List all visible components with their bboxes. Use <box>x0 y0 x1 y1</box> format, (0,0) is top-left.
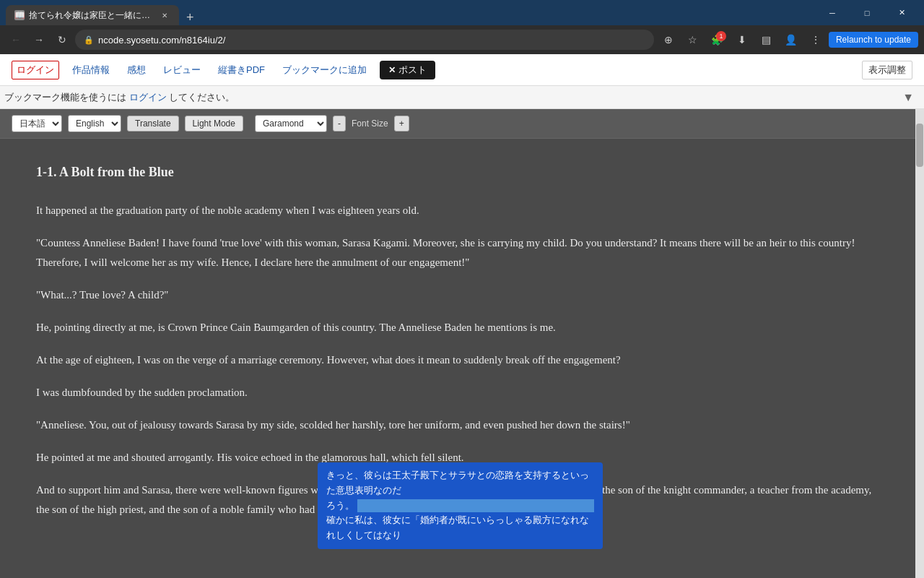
extension-icon[interactable]: 🧩 1 <box>706 28 729 51</box>
story-title: 1-1. A Bolt from the Blue <box>36 160 879 184</box>
font-size-increase-button[interactable]: + <box>394 116 409 131</box>
post-button[interactable]: ✕ ポスト <box>380 61 435 79</box>
story-paragraph-2: "Countess Anneliese Baden! I have found … <box>36 233 879 272</box>
profile-icon[interactable]: 👤 <box>780 28 803 51</box>
new-tab-button[interactable]: + <box>182 10 199 25</box>
translation-popup-line1: きっと、彼らは王太子殿下とサラサとの恋路を支持するといった意思表明なのだ <box>326 468 594 499</box>
relaunch-button[interactable]: Relaunch to update <box>829 32 918 48</box>
font-size-label: Font Size <box>352 118 388 129</box>
translation-popup-line2-start: ろう。 <box>326 499 354 514</box>
forward-button[interactable]: → <box>29 30 49 50</box>
tab-title: 捨てられ令嬢は家臣と一緒にのん <box>29 9 154 22</box>
toolbar-icons: ⊕ ☆ 🧩 1 ⬇ ▤ 👤 ⋮ Relaunch to update <box>657 28 918 51</box>
translation-popup-line3: 確かに私は、彼女に「婚約者が既にいらっしゃる殿方になれなれしくしてはなり <box>326 513 594 543</box>
story-paragraph-6: I was dumbfounded by the sudden proclama… <box>36 383 879 402</box>
story-paragraph-3: "What...? True love? A child?" <box>36 285 879 305</box>
translation-toolbar: 日本語 English Translate Light Mode Garamon… <box>0 109 915 139</box>
tab-favicon: 📖 <box>14 10 25 20</box>
story-paragraph-7: "Anneliese. You, out of jealousy towards… <box>36 415 879 435</box>
bookmark-notice: ブックマーク機能を使うには ログイン してください。 ▼ <box>0 86 924 109</box>
address-bar[interactable]: 🔒 ncode.syosetu.com/n8164iu/2/ <box>75 30 654 50</box>
menu-icon[interactable]: ⋮ <box>804 28 827 51</box>
display-adjust-button[interactable]: 表示調整 <box>862 61 912 79</box>
bookmark-arrow-icon: ▼ <box>902 91 914 104</box>
minimize-button[interactable]: ─ <box>816 3 849 23</box>
back-button[interactable]: ← <box>6 30 26 50</box>
active-tab[interactable]: 📖 捨てられ令嬢は家臣と一緒にのん ✕ <box>6 5 179 25</box>
download-icon[interactable]: ⬇ <box>731 28 754 51</box>
story-paragraph-1: It happened at the graduation party of t… <box>36 201 879 220</box>
tab-area: 📖 捨てられ令嬢は家臣と一緒にのん ✕ + <box>6 0 813 25</box>
light-mode-button[interactable]: Light Mode <box>185 116 243 131</box>
badge-count: 1 <box>716 31 726 41</box>
scrollbar-thumb[interactable] <box>916 124 923 167</box>
story-paragraph-4: He, pointing directly at me, is Crown Pr… <box>36 318 879 337</box>
pdf-link[interactable]: 縦書きPDF <box>214 61 269 79</box>
tab-close-button[interactable]: ✕ <box>159 9 170 21</box>
bookmark-link[interactable]: ブックマークに追加 <box>278 61 371 79</box>
translation-popup: きっと、彼らは王太子殿下とサラサとの恋路を支持するといった意思表明なのだ ろう。… <box>318 462 603 549</box>
sidebar-icon[interactable]: ▤ <box>755 28 778 51</box>
page-navbar: ログイン 作品情報 感想 レビュー 縦書きPDF ブックマークに追加 ✕ ポスト… <box>0 54 924 86</box>
close-button[interactable]: ✕ <box>885 3 918 23</box>
story-paragraph-5: At the age of eighteen, I was on the ver… <box>36 350 879 370</box>
translate-button[interactable]: Translate <box>127 116 179 131</box>
address-text: ncode.syosetu.com/n8164iu/2/ <box>98 35 645 46</box>
window-controls: ─ □ ✕ <box>816 3 918 23</box>
browser-toolbar: ← → ↻ 🔒 ncode.syosetu.com/n8164iu/2/ ⊕ ☆… <box>0 25 924 54</box>
review-link[interactable]: レビュー <box>159 61 205 79</box>
source-language-select[interactable]: 日本語 <box>12 115 62 132</box>
translation-popup-line2: ろう。 <box>326 499 594 514</box>
login-link[interactable]: ログイン <box>12 61 59 79</box>
scrollbar-track[interactable] <box>915 109 924 578</box>
bookmark-star-icon[interactable]: ☆ <box>681 28 705 51</box>
browser-titlebar: 📖 捨てられ令嬢は家臣と一緒にのん ✕ + ─ □ ✕ <box>0 0 924 25</box>
info-link[interactable]: 作品情報 <box>68 61 114 79</box>
x-icon: ✕ <box>388 65 396 75</box>
lock-icon: 🔒 <box>84 35 94 45</box>
font-size-decrease-button[interactable]: - <box>333 116 346 131</box>
target-language-select[interactable]: English <box>68 115 121 132</box>
translation-popup-highlight <box>357 499 594 512</box>
refresh-button[interactable]: ↻ <box>52 30 72 50</box>
font-family-select[interactable]: Garamond <box>255 115 327 132</box>
reviews-link[interactable]: 感想 <box>123 61 150 79</box>
maximize-button[interactable]: □ <box>850 3 884 23</box>
translate-icon[interactable]: ⊕ <box>657 28 680 51</box>
bookmark-login-link[interactable]: ログイン <box>129 92 167 103</box>
bookmark-notice-text: ブックマーク機能を使うには ログイン してください。 <box>4 91 235 104</box>
